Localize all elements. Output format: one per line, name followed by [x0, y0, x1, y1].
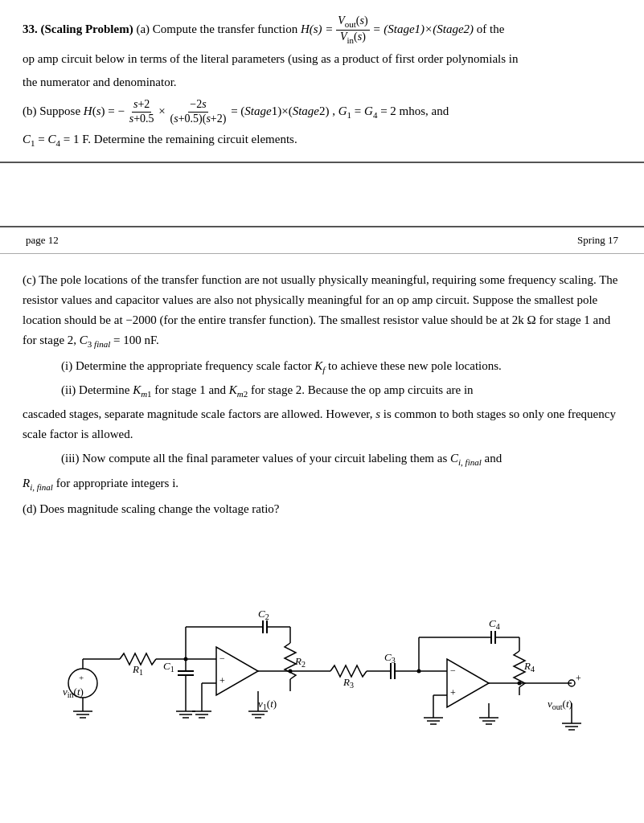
- times-sign: ×: [158, 104, 168, 117]
- c2-label: C2: [258, 608, 269, 621]
- r3-resistor: [330, 665, 367, 677]
- item-i: (i) Determine the appropriate frequency …: [61, 356, 621, 377]
- r1-label: R1: [132, 663, 143, 677]
- opamp1-plus: +: [219, 675, 225, 686]
- part-b-line: (b) Suppose H(s) = − s+2 s+0.5 × −2s (s+…: [23, 98, 621, 126]
- stage1-frac: s+2 s+0.5: [128, 98, 156, 126]
- equals-stages2: = (Stage1)×(Stage2) , G1 = G4 = 2 mhos, …: [231, 104, 449, 117]
- vin-plus: +: [79, 673, 84, 682]
- problem-line3: the numerator and denominator.: [23, 72, 621, 93]
- r2-resistor: [285, 643, 296, 679]
- part-b-label: (b) Suppose H(s) = −: [23, 104, 125, 117]
- problem-label: (Scaling Problem): [41, 23, 137, 35]
- part-a-text: (a) Compute the transfer function: [136, 23, 301, 35]
- opamp2-minus: −: [450, 665, 456, 676]
- r-final-text: Ri, final for appropriate integers i.: [23, 473, 621, 494]
- h-fraction: Vout(s) Vin(s): [336, 14, 369, 46]
- transfer-function-eq: H(s) =: [301, 23, 336, 35]
- c1-label: C1: [163, 660, 174, 674]
- blank-space: [0, 163, 644, 227]
- page-number: page 12: [26, 234, 59, 247]
- c1-line: C1 = C4 = 1 F. Determine the remaining c…: [23, 129, 621, 151]
- part-c-text: (c) The pole locations of the transfer f…: [23, 270, 621, 350]
- circuit-svg: vin(t) + R1: [25, 534, 620, 751]
- item-ii: (ii) Determine Km1 for stage 1 and Km2 f…: [61, 380, 621, 401]
- line3-text: the numerator and denominator.: [23, 76, 177, 88]
- c1-eq: C1 = C4 = 1 F. Determine the remaining c…: [23, 133, 297, 145]
- v1-label: v1(t): [258, 698, 277, 711]
- page-bottom: (c) The pole locations of the transfer f…: [0, 262, 644, 760]
- r3-label: R3: [343, 676, 354, 690]
- item-iii: (iii) Now compute all the final paramete…: [61, 448, 621, 469]
- problem-title-line: 33. (Scaling Problem) (a) Compute the tr…: [23, 14, 621, 46]
- page-footer: page 12 Spring 17: [0, 227, 644, 254]
- vout-plus-label: +: [576, 673, 581, 684]
- semester: Spring 17: [577, 234, 618, 247]
- c4-label: C4: [489, 617, 500, 631]
- problem-number: 33.: [23, 23, 38, 35]
- vin-label: vin(t): [63, 686, 84, 699]
- opamp1-minus: −: [219, 653, 225, 664]
- equals-stages: = (Stage1)×(Stage2): [372, 23, 476, 35]
- cascaded-text: cascaded stages, separate magnitude scal…: [23, 404, 621, 444]
- problem-section: 33. (Scaling Problem) (a) Compute the tr…: [0, 0, 644, 163]
- part-d-text: (d) Does magnitude scaling change the vo…: [23, 499, 621, 519]
- opamp2-plus: +: [450, 687, 456, 698]
- r4-label: R4: [523, 660, 535, 674]
- vout-label: vout(t): [548, 698, 572, 711]
- of-the-text: of the: [477, 23, 505, 35]
- line2-text: op amp circuit below in terms of the lit…: [23, 52, 519, 65]
- c3-label: C3: [384, 651, 396, 665]
- circuit-diagram: vin(t) + R1: [23, 534, 621, 760]
- r2-label: R2: [294, 655, 306, 669]
- problem-line2: op amp circuit below in terms of the lit…: [23, 49, 621, 70]
- stage2-frac: −2s (s+0.5)(s+2): [169, 98, 228, 126]
